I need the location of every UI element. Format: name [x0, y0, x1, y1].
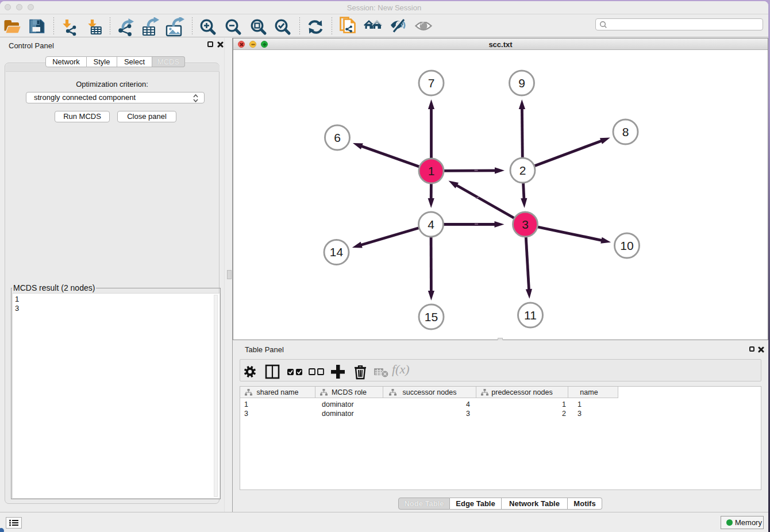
svg-text:15: 15: [425, 310, 438, 323]
svg-text:6: 6: [334, 131, 341, 144]
svg-text:9: 9: [518, 76, 525, 90]
svg-text:4: 4: [428, 218, 434, 231]
svg-text:3: 3: [522, 218, 529, 231]
svg-text:1: 1: [428, 164, 435, 178]
svg-text:10: 10: [620, 239, 633, 252]
svg-text:14: 14: [330, 245, 344, 259]
svg-text:8: 8: [622, 125, 629, 138]
svg-text:7: 7: [428, 76, 435, 90]
svg-text:2: 2: [519, 164, 526, 177]
svg-text:11: 11: [524, 309, 537, 322]
